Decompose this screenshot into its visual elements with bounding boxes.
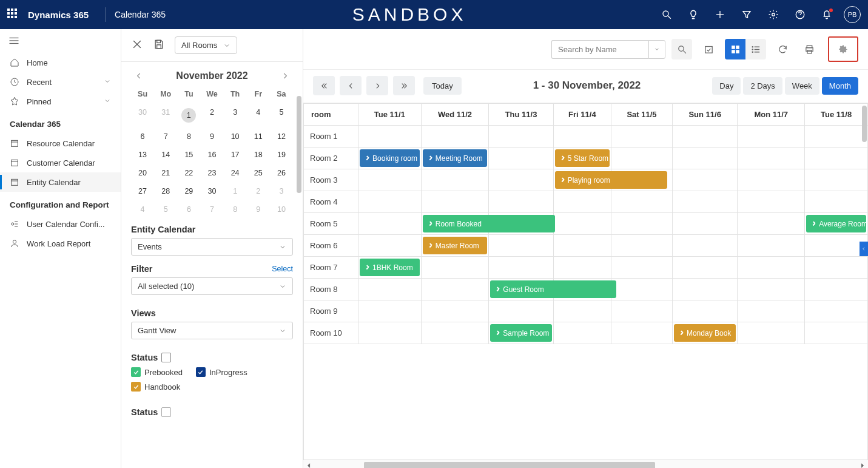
calendar-day[interactable]: 18	[247, 148, 270, 161]
calendar-day[interactable]: 24	[224, 166, 247, 180]
gantt-cell[interactable]	[672, 169, 737, 191]
calendar-day[interactable]: 7	[200, 203, 223, 216]
nav-prev[interactable]	[340, 76, 362, 95]
calendar-day[interactable]: 25	[247, 166, 270, 180]
gantt-cell[interactable]	[672, 235, 737, 257]
gantt-cell[interactable]	[805, 279, 868, 300]
lightbulb-icon[interactable]	[680, 0, 707, 29]
gantt-cell[interactable]	[358, 322, 422, 344]
calendar-day[interactable]: 5	[270, 106, 293, 125]
search-dropdown[interactable]	[648, 40, 665, 59]
event[interactable]: Meeting Room	[423, 149, 488, 167]
chevron-right-icon[interactable]	[281, 72, 289, 80]
waffle-icon[interactable]	[7, 8, 19, 21]
range-month[interactable]: Month	[822, 77, 858, 95]
calendar-day[interactable]: 30	[200, 185, 223, 198]
gantt-cell[interactable]	[738, 322, 805, 344]
status-prebooked[interactable]: Prebooked	[131, 367, 183, 377]
gantt-cell[interactable]	[358, 126, 422, 148]
gantt-cell[interactable]: 5 Star Room	[553, 148, 611, 169]
calendar-day[interactable]: 4	[247, 106, 270, 125]
gantt-cell[interactable]	[805, 257, 868, 279]
nav-home[interactable]: Home	[0, 53, 121, 72]
nav-last[interactable]	[393, 76, 415, 95]
gantt-cell[interactable]	[553, 300, 611, 322]
calendar-day[interactable]: 7	[154, 130, 177, 143]
gantt-hscroll[interactable]	[303, 460, 868, 468]
calendar-day[interactable]: 6	[177, 203, 200, 216]
gantt-cell[interactable]	[421, 257, 489, 279]
gantt-cell[interactable]	[805, 148, 868, 169]
nav-resource-calendar[interactable]: Resource Calendar	[0, 134, 121, 153]
gantt-cell[interactable]	[611, 322, 673, 344]
gantt-cell[interactable]	[421, 126, 489, 148]
nav-next[interactable]	[366, 76, 388, 95]
gear-icon[interactable]	[760, 0, 787, 29]
gantt-cell[interactable]: Average Room	[805, 213, 868, 235]
calendar-day[interactable]: 30	[131, 106, 154, 125]
gantt-cell[interactable]: Playing room	[553, 169, 611, 191]
gantt-cell[interactable]	[805, 235, 868, 257]
gantt-cell[interactable]	[489, 235, 553, 257]
nav-work-load-report[interactable]: Work Load Report	[0, 234, 121, 253]
gantt-cell[interactable]: Guest Room	[489, 279, 553, 300]
gantt-cell[interactable]	[358, 279, 422, 300]
gantt-cell[interactable]	[738, 169, 805, 191]
calendar-day[interactable]: 28	[154, 185, 177, 198]
grid-view-button[interactable]	[725, 39, 745, 59]
scroll-right-icon[interactable]	[857, 460, 868, 468]
gantt-cell[interactable]	[489, 213, 553, 235]
nav-user-calendar-config[interactable]: User Calendar Confi...	[0, 214, 121, 234]
gantt-cell[interactable]	[805, 126, 868, 148]
status-inprogress[interactable]: InProgress	[196, 367, 247, 377]
filter-icon[interactable]	[733, 0, 760, 29]
gantt-cell[interactable]	[421, 279, 489, 300]
sub-app-name[interactable]: Calendar 365	[115, 10, 166, 19]
calendar-day[interactable]: 3	[224, 106, 247, 125]
gantt-cell[interactable]	[738, 279, 805, 300]
gantt-cell[interactable]	[805, 300, 868, 322]
calendar-day[interactable]: 2	[247, 185, 270, 198]
gantt-cell[interactable]	[611, 191, 673, 213]
gantt-cell[interactable]	[553, 257, 611, 279]
gantt-cell[interactable]	[358, 213, 422, 235]
gantt-cell[interactable]	[738, 191, 805, 213]
gantt-cell[interactable]	[611, 169, 673, 191]
help-icon[interactable]	[787, 0, 813, 29]
calendar-day[interactable]: 10	[224, 130, 247, 143]
calendar-day[interactable]: 14	[154, 148, 177, 161]
calendar-day[interactable]: 2	[200, 106, 223, 125]
calendar-day[interactable]: 13	[131, 148, 154, 161]
calendar-day[interactable]: 27	[131, 185, 154, 198]
today-button[interactable]: Today	[423, 77, 462, 95]
calendar-day[interactable]: 1	[177, 106, 200, 125]
gantt-cell[interactable]	[358, 191, 422, 213]
scroll-thumb[interactable]	[364, 462, 655, 468]
calendar-day[interactable]: 3	[270, 185, 293, 198]
gantt-cell[interactable]	[805, 191, 868, 213]
calendar-day[interactable]: 10	[270, 203, 293, 216]
gantt-cell[interactable]	[672, 300, 737, 322]
calendar-day[interactable]: 22	[177, 166, 200, 180]
range-week[interactable]: Week	[785, 77, 819, 95]
range-2days[interactable]: 2 Days	[743, 77, 782, 95]
gantt-cell[interactable]	[421, 169, 489, 191]
calendar-day[interactable]: 15	[177, 148, 200, 161]
entity-select[interactable]: Events	[131, 238, 293, 256]
status-master-checkbox[interactable]	[161, 353, 171, 362]
filter-select-link[interactable]: Select	[272, 265, 293, 273]
nav-customer-calendar[interactable]: Customer Calendar	[0, 153, 121, 172]
gantt-cell[interactable]	[738, 257, 805, 279]
calendar-day[interactable]: 12	[270, 130, 293, 143]
calendar-day[interactable]: 6	[131, 130, 154, 143]
nav-pinned[interactable]: Pinned	[0, 92, 121, 111]
status-handbook[interactable]: Handbook	[131, 382, 180, 392]
gantt-cell[interactable]	[672, 191, 737, 213]
event[interactable]: Sample Room	[490, 324, 551, 342]
status2-checkbox[interactable]	[161, 407, 171, 417]
gantt-cell[interactable]	[611, 300, 673, 322]
gantt-cell[interactable]	[489, 148, 553, 169]
calendar-day[interactable]: 19	[270, 148, 293, 161]
settings-button-highlighted[interactable]	[828, 36, 858, 62]
calendar-day[interactable]: 16	[200, 148, 223, 161]
